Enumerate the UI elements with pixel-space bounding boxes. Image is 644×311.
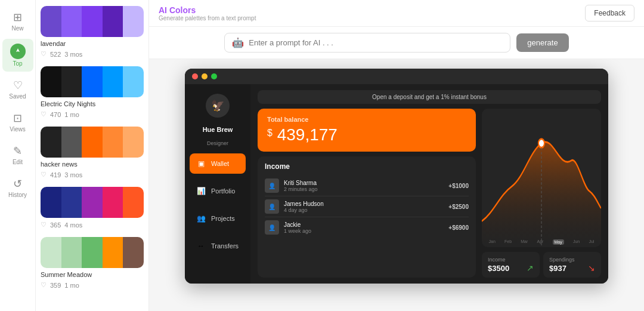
palette-age: 3 mos — [64, 51, 82, 58]
chart-month-feb: Feb — [504, 239, 512, 245]
app-nav-label-projects: Projects — [211, 215, 235, 222]
color-swatch — [61, 127, 82, 158]
color-swatch — [41, 127, 61, 158]
color-swatch — [41, 187, 61, 218]
palette-age: 4 mos — [64, 221, 82, 229]
balance-value: 439,177 — [277, 125, 338, 144]
income-name: Jackie — [284, 221, 444, 228]
generate-button[interactable]: generate — [516, 33, 568, 52]
prompt-input[interactable] — [249, 38, 503, 47]
app-title: AI Colors — [159, 5, 256, 15]
minimize-dot — [202, 73, 208, 79]
color-swatch — [103, 127, 123, 158]
color-swatch — [41, 6, 61, 37]
color-swatch — [123, 127, 144, 158]
income-item-1: 👤James Hudson4 day ago+$2500 — [265, 196, 469, 217]
window-titlebar — [185, 69, 608, 84]
app-nav-label-portfolio: Portfolio — [211, 187, 235, 195]
history-icon: ↺ — [13, 177, 22, 190]
income-item-0: 👤Kriti Sharma2 minutes ago+$1000 — [265, 175, 469, 196]
sidebar-item-new[interactable]: ⊞ New — [2, 6, 33, 36]
sidebar-item-saved[interactable]: ♡ Saved — [2, 74, 33, 104]
trend-down-icon: ↘ — [588, 263, 595, 273]
balance-amount: $ 439,177 — [267, 125, 466, 144]
palette-card-3[interactable]: ♡3654 mos — [41, 187, 144, 229]
sidebar-item-edit[interactable]: ✎ Edit — [2, 140, 33, 170]
app-nav-item-transfers[interactable]: ↔Transfers — [190, 236, 246, 256]
income-info: Jackie1 week ago — [284, 221, 444, 234]
app-nav-item-projects[interactable]: 👥Projects — [190, 208, 246, 229]
color-swatch — [41, 237, 61, 268]
sidebar-item-edit-label: Edit — [13, 159, 23, 165]
income-time: 1 week ago — [284, 228, 444, 234]
palette-swatches-2 — [41, 127, 144, 158]
app-sidebar: 🦅 Hue Brew Designer ▣Wallet📊Portfolio👥Pr… — [185, 84, 250, 284]
app-nav-item-portfolio[interactable]: 📊Portfolio — [190, 181, 246, 201]
color-swatch — [82, 237, 103, 268]
balance-label: Total balance — [267, 116, 466, 123]
close-dot — [192, 73, 198, 79]
chart-labels: Jan Feb Mar Apr May Jun Jul — [482, 239, 601, 245]
app-main: Open a deposit and get a 1% instant bonu… — [250, 84, 608, 284]
bonus-banner: Open a deposit and get a 1% instant bonu… — [258, 90, 601, 104]
income-item-2: 👤Jackie1 week ago+$6900 — [265, 217, 469, 238]
palette-likes: 470 — [50, 111, 61, 118]
palette-meta: ♡3654 mos — [41, 221, 144, 229]
svg-point-0 — [538, 139, 544, 148]
sidebar-item-views[interactable]: ⊡ Views — [2, 107, 33, 137]
balance-card: Total balance $ 439,177 — [258, 109, 476, 152]
stat-income-label: Income — [488, 257, 534, 263]
palette-card-0[interactable]: lavendar♡5223 mos — [41, 6, 144, 58]
prompt-input-wrap[interactable]: 🤖 — [224, 33, 510, 53]
palette-swatches-3 — [41, 187, 144, 218]
income-amount: +$2500 — [448, 204, 469, 210]
palette-age: 1 mo — [64, 111, 79, 118]
prompt-bar: 🤖 generate — [149, 27, 644, 59]
chart-month-may: May — [553, 239, 564, 245]
heart-icon: ♡ — [41, 221, 47, 229]
palette-name: Electric City Nights — [41, 100, 144, 107]
chart-month-apr: Apr — [537, 239, 543, 245]
header: AI Colors Generate palettes from a text … — [149, 0, 644, 27]
color-swatch — [82, 127, 103, 158]
stat-income-value: $3500 — [488, 264, 509, 273]
stat-income-row: $3500 ↗ — [488, 263, 534, 273]
palette-card-1[interactable]: Electric City Nights♡4701 mo — [41, 66, 144, 118]
color-swatch — [103, 66, 123, 97]
sidebar-item-top[interactable]: Top — [2, 39, 33, 72]
heart-icon: ♡ — [41, 171, 47, 178]
palette-meta: ♡3591 mo — [41, 281, 144, 289]
income-avatar: 👤 — [265, 220, 279, 235]
trend-up-icon: ↗ — [527, 263, 534, 273]
income-info: James Hudson4 day ago — [284, 201, 444, 213]
left-nav-sidebar: ⊞ New Top ♡ Saved ⊡ Views ✎ Edit ↺ Histo… — [0, 0, 36, 311]
app-nav-item-wallet[interactable]: ▣Wallet — [190, 153, 246, 174]
color-swatch — [41, 66, 61, 97]
palette-likes: 419 — [50, 171, 61, 178]
sidebar-item-top-label: Top — [13, 60, 22, 67]
palette-name: hacker news — [41, 161, 144, 168]
color-swatch — [61, 66, 82, 97]
palette-card-4[interactable]: Summer Meadow♡3591 mo — [41, 237, 144, 289]
user-role: Designer — [207, 140, 228, 146]
saved-icon: ♡ — [13, 79, 23, 92]
feedback-button[interactable]: Feedback — [585, 5, 634, 21]
color-swatch — [123, 66, 144, 97]
income-avatar: 👤 — [265, 199, 279, 214]
edit-icon: ✎ — [13, 144, 22, 158]
app-window: 🦅 Hue Brew Designer ▣Wallet📊Portfolio👥Pr… — [185, 69, 608, 284]
chart-month-jan: Jan — [489, 239, 496, 245]
stat-spendings-label: Spendings — [549, 257, 595, 263]
palette-card-2[interactable]: hacker news♡4193 mos — [41, 127, 144, 178]
palette-age: 1 mo — [64, 282, 79, 289]
income-time: 2 minutes ago — [284, 186, 444, 192]
stat-spendings-row: $937 ↘ — [549, 263, 595, 273]
sidebar-item-new-label: New — [11, 25, 23, 32]
sidebar-item-saved-label: Saved — [9, 93, 26, 100]
stat-card-spendings: Spendings $937 ↘ — [543, 252, 601, 278]
palette-panel: lavendar♡5223 mosElectric City Nights♡47… — [36, 0, 149, 311]
app-subtitle: Generate palettes from a text prompt — [159, 15, 256, 21]
color-swatch — [82, 187, 103, 218]
sidebar-item-history[interactable]: ↺ History — [2, 173, 33, 203]
app-nav-label-transfers: Transfers — [211, 242, 239, 250]
